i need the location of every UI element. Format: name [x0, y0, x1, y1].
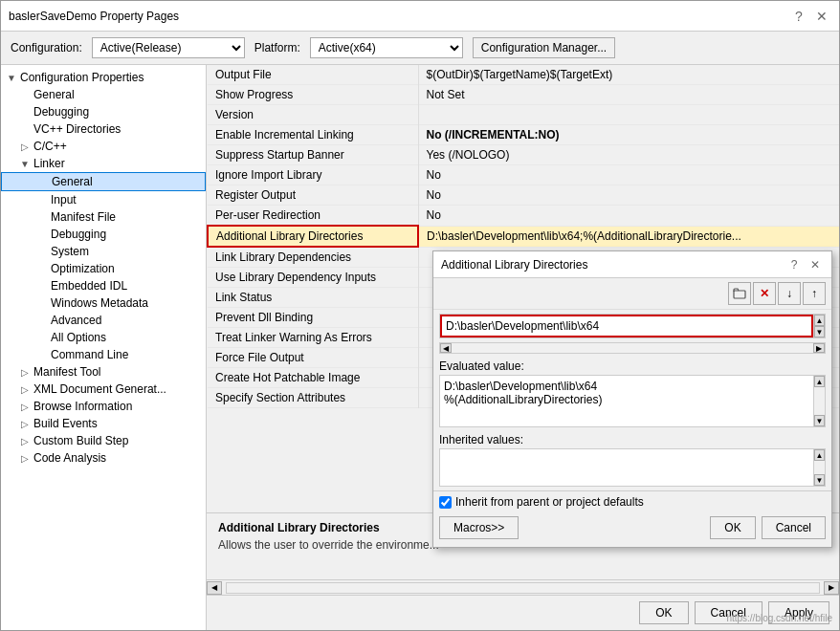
platform-select[interactable]: Active(x64) — [310, 37, 463, 58]
expander-icon: ▷ — [18, 367, 32, 378]
tree-item-optimization[interactable]: Optimization — [1, 260, 206, 277]
prop-name: Suppress Startup Banner — [208, 145, 418, 165]
tree-item-cpp[interactable]: ▷ C/C++ — [1, 138, 206, 155]
config-select[interactable]: Active(Release) — [92, 37, 245, 58]
expander-icon: ▼ — [18, 159, 32, 169]
prop-row-incremental[interactable]: Enable Incremental Linking No (/INCREMEN… — [208, 125, 839, 145]
prop-row-version[interactable]: Version — [208, 105, 839, 125]
tree-item-linker-general[interactable]: General — [1, 172, 206, 191]
expander-icon: ▷ — [18, 453, 32, 464]
prop-row-per-user[interactable]: Per-user Redirection No — [208, 206, 839, 227]
tree-item-windows-metadata[interactable]: Windows Metadata — [1, 294, 206, 312]
prop-name: Show Progress — [208, 85, 418, 105]
dialog-edit-container: ▲ ▼ — [439, 314, 826, 338]
titlebar: baslerSaveDemo Property Pages ? ✕ — [1, 1, 839, 32]
prop-row-additional-lib[interactable]: Additional Library Directories D:\basler… — [208, 226, 839, 247]
dialog-down-button[interactable]: ↓ — [778, 282, 801, 305]
eval-scroll-track — [814, 387, 825, 415]
prop-row-startup-banner[interactable]: Suppress Startup Banner Yes (/NOLOGO) — [208, 145, 839, 165]
inh-scroll-down[interactable]: ▼ — [814, 474, 825, 486]
prop-name: Ignore Import Library — [208, 165, 418, 185]
tree-item-manifest-tool[interactable]: ▷ Manifest Tool — [1, 363, 206, 381]
checkbox-row: Inherit from parent or project defaults — [433, 490, 831, 512]
tree-item-debugging[interactable]: Debugging — [1, 103, 206, 120]
expander-icon: ▷ — [18, 402, 32, 412]
ok-button[interactable]: OK — [639, 601, 688, 624]
tree-item-linker[interactable]: ▼ Linker — [1, 155, 206, 172]
tree-item-custom-build[interactable]: ▷ Custom Build Step — [1, 432, 206, 449]
dialog-title: Additional Library Directories — [441, 258, 587, 272]
prop-name: Treat Linker Warning As Errors — [208, 328, 418, 348]
dialog-edit-input[interactable] — [440, 315, 813, 337]
prop-row-output-file[interactable]: Output File $(OutDir)$(TargetName)$(Targ… — [208, 65, 839, 85]
expander-icon: ▷ — [18, 141, 32, 152]
scroll-left-arrow[interactable]: ◀ — [207, 581, 222, 595]
bottom-scrollbar[interactable]: ◀ ▶ — [207, 579, 839, 595]
scroll-right-arrow[interactable]: ▶ — [824, 581, 839, 595]
edit-scroll-up[interactable]: ▲ — [814, 315, 825, 326]
prop-name: Enable Incremental Linking — [208, 125, 418, 145]
inherited-area: ▲ ▼ — [439, 448, 826, 487]
inherited-text — [440, 449, 813, 486]
evaluated-vscroll: ▲ ▼ — [813, 376, 825, 426]
inherit-checkbox[interactable] — [439, 496, 452, 509]
tree-item-build-events[interactable]: ▷ Build Events — [1, 415, 206, 432]
tree-item-system[interactable]: System — [1, 243, 206, 260]
dialog-add-button[interactable] — [728, 282, 751, 305]
hscroll-left[interactable]: ◀ — [440, 343, 452, 353]
dialog-help-button[interactable]: ? — [785, 256, 803, 273]
inh-scroll-track — [814, 461, 825, 474]
prop-value: No (/INCREMENTAL:NO) — [418, 125, 839, 145]
prop-value: Yes (/NOLOGO) — [418, 145, 839, 165]
scrollbar-track[interactable] — [226, 582, 820, 594]
eval-scroll-up[interactable]: ▲ — [814, 376, 825, 387]
prop-name: Register Output — [208, 185, 418, 206]
tree-item-all-options[interactable]: All Options — [1, 329, 206, 346]
prop-row-show-progress[interactable]: Show Progress Not Set — [208, 85, 839, 105]
tree-item-code-analysis[interactable]: ▷ Code Analysis — [1, 449, 206, 467]
config-manager-button[interactable]: Configuration Manager... — [473, 37, 615, 58]
tree-item-manifest-file[interactable]: Manifest File — [1, 208, 206, 226]
tree-item-linker-input[interactable]: Input — [1, 191, 206, 208]
macros-button[interactable]: Macros>> — [439, 516, 519, 539]
prop-row-register-output[interactable]: Register Output No — [208, 185, 839, 206]
hscroll-track — [452, 344, 813, 352]
prop-name: Force File Output — [208, 348, 418, 368]
tree-pane: ▼ Configuration Properties General Debug… — [1, 65, 207, 630]
prop-name: Use Library Dependency Inputs — [208, 268, 418, 288]
eval-scroll-down[interactable]: ▼ — [814, 415, 825, 426]
tree-item-linker-debug[interactable]: Debugging — [1, 226, 206, 243]
tree-item-advanced[interactable]: Advanced — [1, 312, 206, 329]
inh-scroll-up[interactable]: ▲ — [814, 449, 825, 461]
dialog-hscrollbar[interactable]: ◀ ▶ — [439, 342, 826, 354]
tree-item-general[interactable]: General — [1, 86, 206, 103]
dialog-button-row: Macros>> OK Cancel — [433, 512, 831, 547]
expander-icon: ▼ — [5, 73, 18, 83]
dialog-cancel-button[interactable]: Cancel — [762, 516, 826, 539]
prop-row-ignore-import[interactable]: Ignore Import Library No — [208, 165, 839, 185]
svg-rect-0 — [734, 291, 745, 298]
dialog-up-button[interactable]: ↑ — [803, 282, 826, 305]
titlebar-controls: ? ✕ — [789, 7, 831, 26]
dialog-close-button[interactable]: ✕ — [807, 256, 824, 273]
edit-vscroll: ▲ ▼ — [813, 315, 825, 337]
evaluated-area: D:\basler\Development\lib\x64 %(Addition… — [439, 375, 826, 427]
close-button[interactable]: ✕ — [812, 7, 831, 26]
edit-scroll-down[interactable]: ▼ — [814, 326, 825, 337]
prop-name: Link Status — [208, 288, 418, 308]
dialog-ok-button[interactable]: OK — [710, 516, 755, 539]
tree-item-embedded-idl[interactable]: Embedded IDL — [1, 277, 206, 294]
tree-item-vc-dirs[interactable]: VC++ Directories — [1, 120, 206, 138]
dialog-ok-cancel: OK Cancel — [710, 516, 826, 539]
tree-item-command-line[interactable]: Command Line — [1, 346, 206, 363]
tree-item-config-props[interactable]: ▼ Configuration Properties — [1, 69, 206, 86]
dialog-delete-button[interactable]: ✕ — [753, 282, 776, 305]
prop-value: No — [418, 206, 839, 227]
tree-item-xml-doc[interactable]: ▷ XML Document Generat... — [1, 381, 206, 398]
help-button[interactable]: ? — [789, 7, 808, 26]
tree-item-browse-info[interactable]: ▷ Browse Information — [1, 398, 206, 415]
prop-value: No — [418, 165, 839, 185]
hscroll-right[interactable]: ▶ — [813, 343, 825, 353]
prop-name: Prevent Dll Binding — [208, 308, 418, 328]
inherited-label: Inherited values: — [433, 431, 831, 448]
